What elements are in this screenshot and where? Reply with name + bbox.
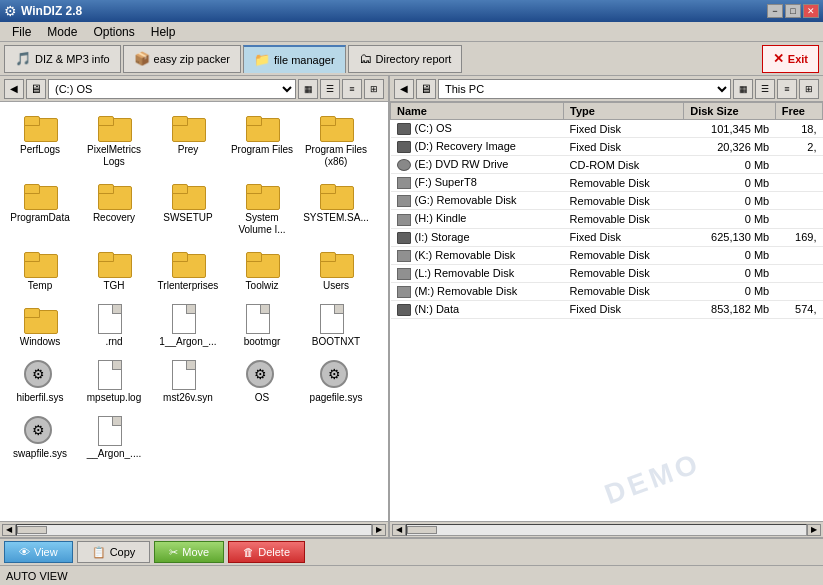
close-button[interactable]: ✕ [803,4,819,18]
list-item[interactable]: ⚙ OS [226,354,298,408]
list-item[interactable]: PixelMetrics Logs [78,106,150,172]
left-scroll-left[interactable]: ◀ [2,524,16,536]
menu-mode[interactable]: Mode [39,23,85,41]
table-row[interactable]: (D:) Recovery Image Fixed Disk 20,326 Mb… [391,138,823,156]
left-back-button[interactable]: ◀ [4,79,24,99]
list-item[interactable]: ProgramData [4,174,76,240]
list-item[interactable]: Program Files (x86) [300,106,372,172]
right-scroll-left[interactable]: ◀ [392,524,406,536]
window-title: WinDIZ 2.8 [21,4,82,18]
right-view-list[interactable]: ☰ [755,79,775,99]
drive-name: (H:) Kindle [391,210,564,228]
right-back-button[interactable]: ◀ [394,79,414,99]
right-view-large[interactable]: ⊞ [799,79,819,99]
maximize-button[interactable]: □ [785,4,801,18]
table-row[interactable]: (C:) OS Fixed Disk 101,345 Mb 18, [391,120,823,138]
left-view-detail[interactable]: ≡ [342,79,362,99]
drive-type: Fixed Disk [564,228,684,246]
table-row[interactable]: (L:) Removable Disk Removable Disk 0 Mb [391,264,823,282]
menu-file[interactable]: File [4,23,39,41]
drive-name: (G:) Removable Disk [391,192,564,210]
col-free[interactable]: Free [775,103,822,120]
file-name: TGH [103,280,124,292]
list-item[interactable]: Toolwiz [226,242,298,296]
folder-icon [24,246,56,278]
dir-report-icon: 🗂 [359,51,372,66]
drive-free [775,264,822,282]
table-row[interactable]: (G:) Removable Disk Removable Disk 0 Mb [391,192,823,210]
list-item[interactable]: bootmgr [226,298,298,352]
list-item[interactable]: Windows [4,298,76,352]
list-item[interactable]: Prey [152,106,224,172]
right-view-detail[interactable]: ≡ [777,79,797,99]
folder-icon [98,178,130,210]
table-row[interactable]: (E:) DVD RW Drive CD-ROM Disk 0 Mb [391,156,823,174]
col-type[interactable]: Type [564,103,684,120]
left-root-button[interactable]: 🖥 [26,79,46,99]
drive-free: 574, [775,300,822,318]
left-file-list: PerfLogs PixelMetrics Logs Prey Program … [0,102,388,521]
left-view-list[interactable]: ☰ [320,79,340,99]
menu-help[interactable]: Help [143,23,184,41]
right-view-small[interactable]: ▦ [733,79,753,99]
left-hscrollbar[interactable] [16,524,372,536]
tab-file-manager[interactable]: 📁 file manager [243,45,346,73]
left-scroll-right[interactable]: ▶ [372,524,386,536]
table-row[interactable]: (N:) Data Fixed Disk 853,182 Mb 574, [391,300,823,318]
list-item[interactable]: BOOTNXT [300,298,372,352]
tab-diz-mp3[interactable]: 🎵 DIZ & MP3 info [4,45,121,73]
move-button[interactable]: ✂ Move [154,541,224,563]
menu-options[interactable]: Options [85,23,142,41]
left-scroll-thumb[interactable] [17,526,47,534]
copy-button[interactable]: 📋 Copy [77,541,151,563]
list-item[interactable]: System Volume I... [226,174,298,240]
list-item[interactable]: Temp [4,242,76,296]
delete-button[interactable]: 🗑 Delete [228,541,305,563]
col-size[interactable]: Disk Size [684,103,775,120]
list-item[interactable]: SYSTEM.SA... [300,174,372,240]
right-hscrollbar[interactable] [406,524,807,536]
col-name[interactable]: Name [391,103,564,120]
list-item[interactable]: ⚙ pagefile.sys [300,354,372,408]
table-row[interactable]: (I:) Storage Fixed Disk 625,130 Mb 169, [391,228,823,246]
file-name: Users [323,280,349,292]
list-item[interactable]: TGH [78,242,150,296]
file-name: Trlenterprises [158,280,219,292]
left-view-large[interactable]: ⊞ [364,79,384,99]
right-scroll-right[interactable]: ▶ [807,524,821,536]
list-item[interactable]: Trlenterprises [152,242,224,296]
left-path-select[interactable]: (C:) OS [48,79,296,99]
list-item[interactable]: ⚙ hiberfil.sys [4,354,76,408]
main-content: ◀ 🖥 (C:) OS ▦ ☰ ≡ ⊞ PerfLogs PixelMetric… [0,76,823,537]
tab-exit[interactable]: ✕ Exit [762,45,819,73]
list-item[interactable]: __Argon_.... [78,410,150,464]
list-item[interactable]: SWSETUP [152,174,224,240]
list-item[interactable]: Users [300,242,372,296]
list-item[interactable]: Recovery [78,174,150,240]
tab-easy-zip[interactable]: 📦 easy zip packer [123,45,241,73]
right-path-select[interactable]: This PC [438,79,731,99]
title-bar-controls: − □ ✕ [767,4,819,18]
list-item[interactable]: mst26v.syn [152,354,224,408]
file-name: SWSETUP [163,212,212,224]
list-item[interactable]: PerfLogs [4,106,76,172]
table-row[interactable]: (H:) Kindle Removable Disk 0 Mb [391,210,823,228]
table-row[interactable]: (K:) Removable Disk Removable Disk 0 Mb [391,246,823,264]
table-row[interactable]: (F:) SuperT8 Removable Disk 0 Mb [391,174,823,192]
tab-directory-report[interactable]: 🗂 Directory report [348,45,463,73]
delete-label: Delete [258,546,290,558]
list-item[interactable]: .rnd [78,298,150,352]
status-bar: AUTO VIEW [0,565,823,585]
table-row[interactable]: (M:) Removable Disk Removable Disk 0 Mb [391,282,823,300]
file-name: .rnd [105,336,122,348]
list-item[interactable]: Program Files [226,106,298,172]
folder-icon [24,302,56,334]
right-root-button[interactable]: 🖥 [416,79,436,99]
left-view-small[interactable]: ▦ [298,79,318,99]
list-item[interactable]: ⚙ swapfile.sys [4,410,76,464]
view-button[interactable]: 👁 View [4,541,73,563]
right-scroll-thumb[interactable] [407,526,437,534]
list-item[interactable]: 1__Argon_... [152,298,224,352]
list-item[interactable]: mpsetup.log [78,354,150,408]
minimize-button[interactable]: − [767,4,783,18]
